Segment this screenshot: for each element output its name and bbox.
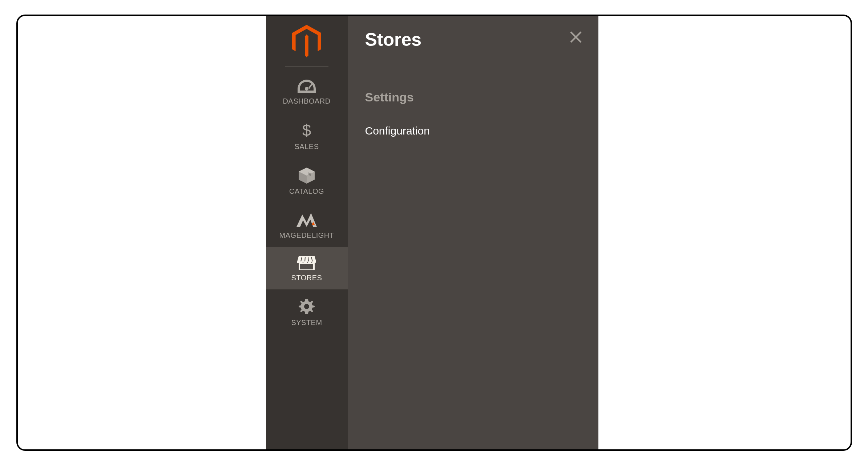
sidebar-item-label: DASHBOARD <box>283 97 330 105</box>
dashboard-icon <box>297 79 316 93</box>
sidebar-item-label: CATALOG <box>289 187 324 196</box>
svg-rect-4 <box>299 264 314 270</box>
close-button[interactable] <box>569 31 582 45</box>
flyout-title: Stores <box>365 29 581 50</box>
svg-rect-3 <box>297 261 299 263</box>
storefront-icon <box>297 256 316 270</box>
submenu-item-configuration[interactable]: Configuration <box>365 125 430 137</box>
svg-line-7 <box>308 257 308 261</box>
sidebar-item-magedelight[interactable]: MAGEDELIGHT <box>266 203 348 247</box>
flyout-section-heading: Settings <box>365 90 581 104</box>
sidebar-item-label: MAGEDELIGHT <box>279 231 334 240</box>
sidebar-item-system[interactable]: SYSTEM <box>266 289 348 334</box>
sidebar-item-dashboard[interactable]: DASHBOARD <box>266 70 348 113</box>
sidebar-item-label: SALES <box>295 143 319 151</box>
stores-flyout-panel: Stores Settings Configuration <box>348 16 598 449</box>
svg-line-6 <box>305 257 305 261</box>
svg-point-0 <box>305 87 308 91</box>
close-icon <box>569 39 582 45</box>
sidebar-item-label: SYSTEM <box>291 318 322 327</box>
svg-text:$: $ <box>302 121 311 139</box>
magedelight-icon <box>296 212 318 228</box>
sidebar-item-sales[interactable]: $ SALES <box>266 113 348 158</box>
sidebar-item-catalog[interactable]: CATALOG <box>266 158 348 203</box>
app-container: DASHBOARD $ SALES <box>266 16 598 449</box>
dollar-icon: $ <box>301 121 312 139</box>
svg-rect-1 <box>308 83 313 89</box>
box-icon <box>298 167 316 184</box>
sidebar-divider <box>285 66 328 67</box>
magento-logo[interactable] <box>266 16 348 66</box>
gear-icon <box>298 298 315 315</box>
admin-sidebar: DASHBOARD $ SALES <box>266 16 348 449</box>
sidebar-item-label: STORES <box>291 274 322 282</box>
sidebar-item-stores[interactable]: STORES <box>266 247 348 289</box>
magento-logo-icon <box>292 25 321 59</box>
svg-point-9 <box>304 304 309 309</box>
app-frame: DASHBOARD $ SALES <box>16 15 852 451</box>
